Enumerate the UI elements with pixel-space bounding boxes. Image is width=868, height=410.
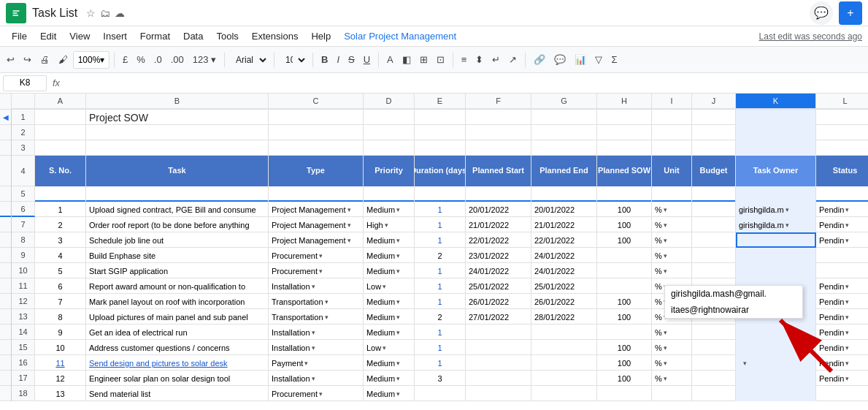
cell-sow-10[interactable] [597, 263, 652, 278]
cell-owner-18[interactable] [736, 386, 816, 401]
cell-sno-15[interactable]: 10 [35, 340, 86, 355]
cell-H5[interactable] [597, 186, 652, 202]
cell-status-8[interactable]: Pendin▾ [816, 232, 868, 248]
cell-duration-16[interactable]: 1 [415, 355, 466, 371]
cell-end-13[interactable]: 28/01/2022 [531, 309, 597, 324]
cell-priority-6[interactable]: Medium▾ [364, 202, 415, 217]
cell-end-18[interactable] [531, 386, 597, 401]
cell-I3[interactable] [652, 140, 692, 156]
print-button[interactable]: 🖨 [37, 51, 53, 68]
cell-duration-7[interactable]: 1 [415, 217, 466, 232]
cell-A5[interactable] [35, 186, 86, 202]
cell-sow-13[interactable]: 100 [597, 309, 652, 324]
cell-sno-6[interactable]: 1 [35, 202, 86, 217]
chat-icon[interactable]: 💬 [810, 1, 833, 25]
cell-D3[interactable] [364, 140, 415, 156]
header-task[interactable]: Task [86, 156, 269, 186]
header-priority[interactable]: Priority [364, 156, 415, 186]
header-status[interactable]: Status [816, 156, 868, 186]
header-unit[interactable]: Unit [652, 156, 692, 186]
percent-button[interactable]: % [133, 51, 149, 68]
format-123-button[interactable]: 123 ▾ [189, 51, 220, 68]
cell-type-17[interactable]: Installation▾ [269, 371, 364, 386]
cell-priority-12[interactable]: Medium▾ [364, 294, 415, 309]
cell-unit-7[interactable]: %▾ [652, 217, 692, 232]
cell-unit-8[interactable]: %▾ [652, 232, 692, 248]
cell-owner-6[interactable]: girishgilda.m▾ [736, 202, 816, 217]
cell-type-14[interactable]: Installation▾ [269, 324, 364, 340]
formula-input[interactable] [66, 77, 865, 90]
menu-help[interactable]: Help [305, 29, 337, 44]
header-budget[interactable]: Budget [692, 156, 736, 186]
autocomplete-item-1[interactable]: girishgilda.mash@gmail. [665, 286, 802, 302]
cell-duration-13[interactable]: 2 [415, 309, 466, 324]
row-9-num[interactable]: 9 [12, 248, 35, 263]
cell-type-10[interactable]: Procurement▾ [269, 263, 364, 278]
cell-status-6[interactable]: Pendin▾ [816, 202, 868, 217]
cell-status-11[interactable]: Pendin▾ [816, 278, 868, 294]
bold-button[interactable]: B [318, 51, 331, 68]
cell-start-9[interactable]: 23/01/2022 [466, 248, 531, 263]
cell-J1[interactable] [692, 110, 736, 125]
col-header-F[interactable]: F [466, 94, 531, 109]
cell-budget-8[interactable] [692, 232, 736, 248]
cell-budget-10[interactable] [692, 263, 736, 278]
cell-end-12[interactable]: 26/01/2022 [531, 294, 597, 309]
currency-button[interactable]: £ [119, 51, 131, 68]
cell-E2[interactable] [415, 125, 466, 140]
cell-sno-17[interactable]: 12 [35, 371, 86, 386]
undo-button[interactable]: ↩ [3, 51, 18, 68]
cell-priority-10[interactable]: Medium▾ [364, 263, 415, 278]
cell-task-8[interactable]: Schedule job line out [86, 232, 269, 248]
row-3-num[interactable]: 3 [12, 140, 35, 156]
cell-A1[interactable] [35, 110, 86, 125]
cell-task-17[interactable]: Engineer solar plan on solar design tool [86, 371, 269, 386]
filter-button[interactable]: ▽ [591, 51, 606, 68]
cell-duration-18[interactable] [415, 386, 466, 401]
cell-priority-11[interactable]: Low▾ [364, 278, 415, 294]
cell-F1[interactable] [466, 110, 531, 125]
header-task-owner[interactable]: Task Owner [736, 156, 816, 186]
menu-extensions[interactable]: Extensions [246, 29, 304, 44]
cell-sow-17[interactable]: 100 [597, 371, 652, 386]
cell-task-10[interactable]: Start SGIP application [86, 263, 269, 278]
cell-status-7[interactable]: Pendin▾ [816, 217, 868, 232]
cell-unit-17[interactable]: %▾ [652, 371, 692, 386]
cell-budget-15[interactable] [692, 340, 736, 355]
cell-budget-9[interactable] [692, 248, 736, 263]
font-size-selector[interactable]: 10 [279, 51, 308, 69]
cell-duration-14[interactable]: 1 [415, 324, 466, 340]
cell-G1[interactable] [531, 110, 597, 125]
cell-type-9[interactable]: Procurement▾ [269, 248, 364, 263]
col-header-H[interactable]: H [597, 94, 652, 109]
cell-priority-16[interactable]: Medium▾ [364, 355, 415, 371]
cell-budget-7[interactable] [692, 217, 736, 232]
cell-sno-12[interactable]: 7 [35, 294, 86, 309]
header-planned-end[interactable]: Planned End [531, 156, 597, 186]
cell-sow-15[interactable]: 100 [597, 340, 652, 355]
wrap-button[interactable]: ↵ [488, 51, 504, 68]
cell-type-18[interactable]: Procurement▾ [269, 386, 364, 401]
cell-start-11[interactable]: 25/01/2022 [466, 278, 531, 294]
cell-budget-18[interactable] [692, 386, 736, 401]
cell-G3[interactable] [531, 140, 597, 156]
cell-sno-16[interactable]: 11 [35, 355, 86, 371]
cell-sno-14[interactable]: 9 [35, 324, 86, 340]
cell-L5[interactable] [816, 186, 868, 202]
cell-owner-8-active[interactable] [736, 232, 816, 248]
cell-start-17[interactable] [466, 371, 531, 386]
col-header-J[interactable]: J [692, 94, 736, 109]
row-2-num[interactable]: 2 [12, 125, 35, 140]
cell-C1[interactable] [269, 110, 364, 125]
cell-F3[interactable] [466, 140, 531, 156]
cell-sow-14[interactable] [597, 324, 652, 340]
cell-B2[interactable] [86, 125, 269, 140]
cell-owner-7[interactable]: girishgilda.m▾ [736, 217, 816, 232]
cell-end-10[interactable]: 24/01/2022 [531, 263, 597, 278]
cell-J3[interactable] [692, 140, 736, 156]
cell-end-17[interactable] [531, 371, 597, 386]
cell-type-11[interactable]: Installation▾ [269, 278, 364, 294]
rotate-button[interactable]: ↗ [505, 51, 521, 68]
cell-start-6[interactable]: 20/01/2022 [466, 202, 531, 217]
row-5-num[interactable]: 5 [12, 186, 35, 202]
